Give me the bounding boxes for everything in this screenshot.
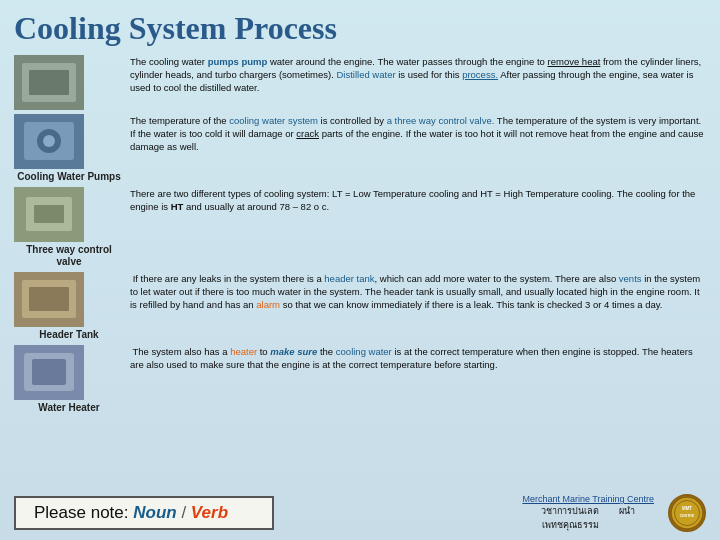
- svg-rect-15: [32, 359, 66, 385]
- logo-circle: MMT CENTRE: [668, 494, 706, 532]
- slash: /: [177, 503, 191, 522]
- bottom-bar: Please note: Noun / Verb Merchant Marine…: [14, 494, 706, 532]
- content-area: The cooling water pumps pump water aroun…: [14, 55, 706, 490]
- water-heater-label: Water Heater: [14, 402, 124, 414]
- intro-image-placeholder: [14, 55, 84, 110]
- svg-point-16: [671, 497, 703, 529]
- thai-header: วชาการปนเลต: [541, 504, 599, 518]
- water-heater-text: The system also has a heater to make sur…: [130, 345, 706, 371]
- page: Cooling System Process The cooling water…: [0, 0, 720, 540]
- three-way-label: Three way control valve: [14, 244, 124, 268]
- intro-text: The cooling water pumps pump water aroun…: [130, 55, 706, 94]
- header-tank-text: If there are any leaks in the system the…: [130, 272, 706, 311]
- cooling-pumps-label-col: Cooling Water Pumps: [14, 114, 124, 183]
- cooling-pumps-label: Cooling Water Pumps: [14, 171, 124, 183]
- noun-label: Noun: [133, 503, 176, 522]
- three-way-label-col: Three way control valve: [14, 187, 124, 268]
- svg-rect-2: [29, 70, 69, 95]
- page-title: Cooling System Process: [14, 10, 706, 47]
- cooling-pumps-image: [14, 114, 84, 169]
- footer-right: Merchant Marine Training Centre วชาการปน…: [522, 494, 706, 532]
- please-note-label: Please note:: [34, 503, 133, 522]
- header-tank-label-col: Header Tank: [14, 272, 124, 341]
- footer-text-cols: Merchant Marine Training Centre วชาการปน…: [522, 494, 654, 532]
- intro-row: The cooling water pumps pump water aroun…: [14, 55, 706, 110]
- header-tank-label: Header Tank: [14, 329, 124, 341]
- header-tank-row: Header Tank If there are any leaks in th…: [14, 272, 706, 341]
- verb-label: Verb: [191, 503, 228, 522]
- please-note-box: Please note: Noun / Verb: [14, 496, 274, 530]
- svg-text:CENTRE: CENTRE: [680, 514, 695, 518]
- svg-point-6: [43, 135, 55, 147]
- thai-sub2: ผนำ: [619, 504, 635, 518]
- thai-col2: ผนำ: [619, 504, 635, 518]
- thai-sub1: เพทชคุณธรรม: [541, 518, 599, 532]
- merchant-link[interactable]: Merchant Marine Training Centre: [522, 494, 654, 504]
- thai-col1: วชาการปนเลต เพทชคุณธรรม: [541, 504, 599, 532]
- water-heater-image: [14, 345, 84, 400]
- cooling-pumps-text: The temperature of the cooling water sys…: [130, 114, 706, 153]
- footer-thai-cols: วชาการปนเลต เพทชคุณธรรม ผนำ: [541, 504, 635, 532]
- svg-rect-9: [34, 205, 64, 223]
- header-tank-image: [14, 272, 84, 327]
- three-way-text: There are two different types of cooling…: [130, 187, 706, 213]
- intro-image: [14, 55, 130, 110]
- three-way-row: Three way control valve There are two di…: [14, 187, 706, 268]
- cooling-pumps-row: Cooling Water Pumps The temperature of t…: [14, 114, 706, 183]
- water-heater-label-col: Water Heater: [14, 345, 124, 414]
- svg-rect-12: [29, 287, 69, 311]
- svg-text:MMT: MMT: [682, 506, 692, 511]
- water-heater-row: Water Heater The system also has a heate…: [14, 345, 706, 414]
- three-way-image: [14, 187, 84, 242]
